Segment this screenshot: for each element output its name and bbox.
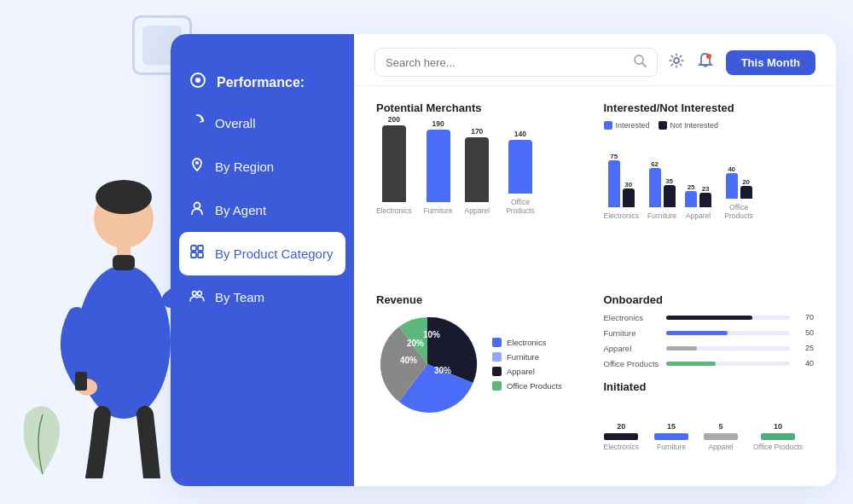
svg-point-21 bbox=[674, 58, 679, 63]
initiated-office: 10 Office Products bbox=[753, 422, 803, 451]
header-icons: This Month bbox=[668, 50, 815, 75]
bar-office-products: 140 Office Products bbox=[502, 130, 539, 215]
initiated-list: 20 Electronics 15 Furniture 5 App bbox=[604, 400, 815, 451]
sidebar-team-label: By Team bbox=[215, 290, 264, 304]
interested-chart: 75 30 Electronics bbox=[604, 135, 815, 220]
legend-interested: Interested bbox=[604, 121, 650, 130]
sidebar-product-category-label: By Product Category bbox=[215, 246, 333, 261]
search-bar[interactable] bbox=[374, 48, 658, 77]
svg-rect-13 bbox=[191, 246, 196, 251]
revenue-title: Revenue bbox=[376, 293, 587, 306]
interested-section: Interested/Not Interested Interested Not… bbox=[595, 95, 823, 287]
grouped-furniture: 62 35 Furniture bbox=[647, 160, 676, 220]
legend-dot-not-interested bbox=[659, 121, 667, 130]
onboarded-electronics: Electronics 70 bbox=[604, 313, 815, 322]
sidebar-item-overall[interactable]: Overall bbox=[171, 101, 354, 145]
interested-title: Interested/Not Interested bbox=[604, 101, 815, 114]
initiated-electronics: 20 Electronics bbox=[604, 422, 640, 451]
svg-point-12 bbox=[194, 203, 200, 209]
sidebar-overall-label: Overall bbox=[215, 116, 256, 130]
pie-legend-apparel: Apparel bbox=[492, 367, 562, 376]
onboarded-apparel: Apparel 25 bbox=[604, 344, 815, 353]
svg-rect-7 bbox=[75, 372, 87, 391]
bar-electronics-fill bbox=[382, 125, 406, 202]
search-input[interactable] bbox=[386, 56, 626, 69]
sidebar-item-performance[interactable]: Performance: bbox=[171, 60, 354, 101]
svg-rect-15 bbox=[191, 252, 196, 258]
sidebar-region-label: By Region bbox=[215, 159, 274, 174]
svg-point-1 bbox=[94, 188, 154, 248]
svg-point-10 bbox=[195, 78, 200, 83]
sidebar-item-by-region[interactable]: By Region bbox=[171, 145, 354, 188]
bar-furniture: 190 Furniture bbox=[424, 119, 453, 215]
svg-rect-4 bbox=[113, 255, 135, 270]
bar-apparel-fill bbox=[465, 137, 489, 202]
leaf-left-decoration bbox=[9, 389, 77, 483]
svg-line-20 bbox=[642, 63, 646, 67]
onboarded-section: Onboarded Electronics 70 Furniture bbox=[604, 293, 815, 368]
bar-furniture-fill bbox=[426, 130, 450, 202]
product-category-icon bbox=[189, 244, 205, 264]
grouped-apparel: 25 23 Apparel bbox=[685, 183, 711, 220]
svg-point-18 bbox=[198, 292, 202, 296]
initiated-section: Initiated 20 Electronics 15 Furniture bbox=[604, 380, 815, 451]
settings-icon[interactable] bbox=[668, 52, 685, 73]
onboarded-office: Office Products 40 bbox=[604, 359, 815, 368]
legend-not-interested: Not Interested bbox=[659, 121, 719, 130]
revenue-section: Revenue bbox=[368, 287, 595, 478]
pie-pct-40: 40% bbox=[400, 356, 417, 365]
sidebar: Performance: Overall By Region bbox=[171, 34, 354, 486]
svg-point-11 bbox=[195, 161, 199, 165]
potential-merchants-chart: 200 Electronics 190 Furniture 170 A bbox=[376, 121, 587, 215]
bar-apparel: 170 Apparel bbox=[465, 127, 490, 215]
pie-chart: 40% 30% 20% 10% bbox=[376, 313, 479, 415]
bar-electronics: 200 Electronics bbox=[376, 115, 412, 215]
agent-icon bbox=[189, 200, 205, 220]
svg-rect-3 bbox=[117, 240, 131, 257]
sidebar-item-by-team[interactable]: By Team bbox=[171, 275, 354, 319]
overall-icon bbox=[189, 113, 205, 133]
svg-point-0 bbox=[77, 265, 171, 419]
performance-icon bbox=[189, 72, 206, 93]
initiated-apparel: 5 Apparel bbox=[704, 422, 738, 451]
potential-merchants-section: Potential Merchants 200 Electronics 190 … bbox=[368, 95, 595, 287]
sidebar-item-by-product-category[interactable]: By Product Category bbox=[179, 232, 345, 275]
header: This Month bbox=[354, 34, 836, 86]
sidebar-item-by-agent[interactable]: By Agent bbox=[171, 188, 354, 232]
region-icon bbox=[189, 157, 205, 177]
right-panel: Onboarded Electronics 70 Furniture bbox=[595, 287, 823, 478]
initiated-title: Initiated bbox=[604, 380, 815, 393]
sidebar-performance-label: Performance: bbox=[217, 75, 305, 90]
search-icon bbox=[633, 54, 647, 71]
sidebar-agent-label: By Agent bbox=[215, 203, 266, 217]
notification-icon[interactable] bbox=[697, 52, 714, 73]
svg-point-22 bbox=[706, 54, 711, 59]
grouped-office: 40 20 Office Products bbox=[720, 165, 757, 220]
pie-legend: Electronics Furniture Apparel Offic bbox=[492, 338, 562, 391]
onboarded-furniture: Furniture 50 bbox=[604, 328, 815, 338]
onboarded-list: Electronics 70 Furniture 50 bbox=[604, 313, 815, 368]
svg-point-2 bbox=[96, 180, 152, 214]
pie-pct-10: 10% bbox=[423, 330, 440, 339]
main-content: This Month Potential Merchants 200 Elect… bbox=[354, 34, 836, 486]
potential-merchants-title: Potential Merchants bbox=[376, 101, 587, 114]
svg-rect-16 bbox=[198, 252, 203, 258]
pie-legend-office: Office Products bbox=[492, 381, 562, 391]
pie-legend-furniture: Furniture bbox=[492, 352, 562, 362]
pie-pct-20: 20% bbox=[407, 339, 424, 348]
pie-section: 40% 30% 20% 10% Electronics Furniture bbox=[376, 313, 587, 415]
svg-rect-14 bbox=[198, 246, 203, 251]
initiated-furniture: 15 Furniture bbox=[654, 422, 688, 451]
pie-legend-electronics: Electronics bbox=[492, 338, 562, 347]
grouped-electronics: 75 30 Electronics bbox=[604, 153, 640, 220]
svg-point-17 bbox=[193, 292, 197, 296]
this-month-button[interactable]: This Month bbox=[726, 50, 815, 75]
bar-office-fill bbox=[508, 140, 532, 194]
onboarded-title: Onboarded bbox=[604, 293, 815, 306]
dashboard: Performance: Overall By Region bbox=[171, 34, 836, 486]
team-icon bbox=[189, 287, 205, 307]
legend-dot-interested bbox=[604, 121, 612, 130]
pie-pct-30: 30% bbox=[434, 366, 451, 375]
charts-area: Potential Merchants 200 Electronics 190 … bbox=[354, 86, 836, 486]
svg-point-6 bbox=[77, 379, 97, 396]
